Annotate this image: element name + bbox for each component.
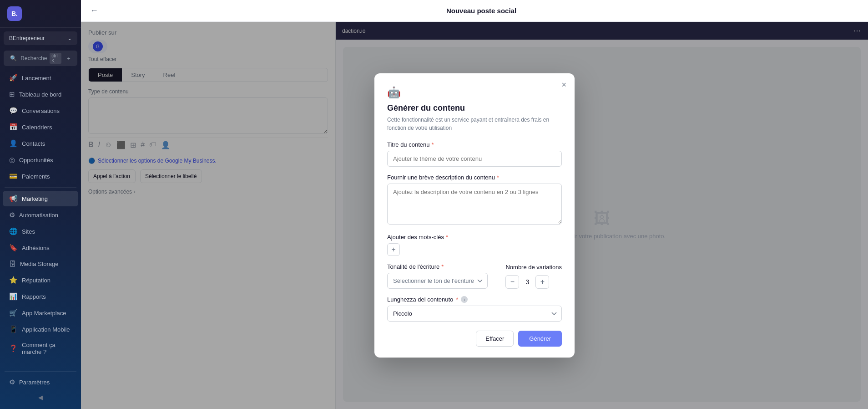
sidebar-label-calendriers: Calendriers xyxy=(22,124,52,131)
sidebar-label-help: Comment ça marche ? xyxy=(22,342,72,355)
collapse-button[interactable]: ◀ xyxy=(0,390,81,404)
adhesions-icon: 🔖 xyxy=(9,244,18,252)
sidebar-item-adhesions[interactable]: 🔖 Adhésions xyxy=(3,240,78,256)
sidebar-label-media: Media Storage xyxy=(20,261,59,267)
top-bar: ← Nouveau poste social xyxy=(81,0,868,22)
application-mobile-icon: 📱 xyxy=(9,325,18,333)
variations-plus-button[interactable]: + xyxy=(535,275,549,289)
paiements-icon: 💳 xyxy=(9,172,18,180)
keywords-required: * xyxy=(446,234,448,240)
description-label: Fournir une brève description du contenu… xyxy=(387,174,562,181)
sidebar-item-parametres[interactable]: ⚙ Paramètres xyxy=(3,374,78,390)
main-content: ← Nouveau poste social Publier sur G Tou… xyxy=(81,0,868,409)
sidebar-item-media[interactable]: 🗄 Media Storage xyxy=(3,256,78,271)
sidebar-item-comment-ca-marche[interactable]: ❓ Comment ça marche ? xyxy=(3,338,78,359)
calendriers-icon: 📅 xyxy=(9,123,18,131)
workspace-selector[interactable]: BEntrepreneur ⌄ xyxy=(4,31,77,45)
sidebar-label-app-marketplace: App Marketplace xyxy=(22,310,66,317)
logo-area: B. xyxy=(0,0,81,28)
modal-robot-icon: 🤖 xyxy=(387,86,562,99)
titre-required: * xyxy=(431,141,434,148)
help-icon: ❓ xyxy=(9,344,18,353)
search-icon: 🔍 xyxy=(10,55,18,61)
modal-actions: Effacer Générer xyxy=(387,331,562,347)
conversations-icon: 💬 xyxy=(9,107,18,115)
sites-icon: 🌐 xyxy=(9,227,18,235)
reputation-icon: ⭐ xyxy=(9,276,18,284)
tone-required: * xyxy=(441,263,444,270)
description-required: * xyxy=(497,174,499,181)
effacer-button[interactable]: Effacer xyxy=(476,331,514,347)
media-icon: 🗄 xyxy=(9,260,16,268)
sidebar-label-conversations: Conversations xyxy=(22,107,60,114)
modal-overlay: × 🤖 Générer du contenu Cette fonctionnal… xyxy=(81,22,868,409)
sidebar-item-contacts[interactable]: 👤 Contacts xyxy=(3,136,78,151)
workspace-chevron: ⌄ xyxy=(67,35,72,41)
variations-group: Nombre de variations − 3 + xyxy=(505,264,562,289)
sidebar-item-lancement[interactable]: 🚀 Lancement xyxy=(3,70,78,86)
content-length-label: Lunghezza del contenuto * i xyxy=(387,296,562,303)
sidebar-item-opportunites[interactable]: ◎ Opportunités xyxy=(3,152,78,168)
search-label: Recherche xyxy=(20,55,47,61)
modal-close-button[interactable]: × xyxy=(561,81,566,89)
sidebar-label-paiements: Paiements xyxy=(22,173,50,180)
automatisation-icon: ⚙ xyxy=(9,211,15,219)
workspace-name: BEntrepreneur xyxy=(9,35,45,41)
sidebar-label-adhesions: Adhésions xyxy=(22,245,50,251)
logo-box: B. xyxy=(7,6,22,21)
titre-label: Titre du contenu * xyxy=(387,141,562,148)
sidebar-item-calendriers[interactable]: 📅 Calendriers xyxy=(3,119,78,135)
tone-select[interactable]: Sélectionner le ton de l'écriture Formel… xyxy=(387,273,488,289)
sidebar-label-lancement: Lancement xyxy=(22,75,51,82)
sidebar-item-automatisation[interactable]: ⚙ Automatisation xyxy=(3,207,78,223)
page-title: Nouveau poste social xyxy=(104,7,859,15)
sidebar-item-marketing[interactable]: 📢 Marketing xyxy=(3,191,78,206)
keywords-label: Ajouter des mots-clés * xyxy=(387,234,562,240)
rapports-icon: 📊 xyxy=(9,292,18,301)
sidebar-item-application-mobile[interactable]: 📱 Application Mobile xyxy=(3,322,78,337)
page-body: Publier sur G Tout effacer Poste Story R… xyxy=(81,22,868,409)
sidebar-item-app-marketplace[interactable]: 🛒 App Marketplace xyxy=(3,305,78,321)
contacts-icon: 👤 xyxy=(9,139,18,148)
sidebar-item-tableau[interactable]: ⊞ Tableau de bord xyxy=(3,87,78,102)
sidebar-label-marketing: Marketing xyxy=(22,195,48,202)
sidebar: B. BEntrepreneur ⌄ 🔍 Recherche ctrl K ＋ … xyxy=(0,0,81,409)
variations-count: 3 xyxy=(523,278,532,286)
sidebar-label-contacts: Contacts xyxy=(22,140,45,147)
sidebar-item-paiements[interactable]: 💳 Paiements xyxy=(3,169,78,184)
search-bar[interactable]: 🔍 Recherche ctrl K ＋ xyxy=(4,51,77,66)
sidebar-divider-2 xyxy=(5,371,76,372)
variations-minus-button[interactable]: − xyxy=(505,275,519,289)
back-button[interactable]: ← xyxy=(90,6,98,15)
variations-label: Nombre de variations xyxy=(505,264,562,271)
search-plus-icon: ＋ xyxy=(66,55,74,62)
sidebar-label-rapports: Rapports xyxy=(22,293,46,300)
generer-button[interactable]: Générer xyxy=(518,331,562,347)
length-select[interactable]: Piccolo Medio Grande xyxy=(387,306,562,322)
sidebar-label-tableau: Tableau de bord xyxy=(19,91,61,98)
sidebar-bottom: ⚙ Paramètres ◀ xyxy=(0,368,81,409)
sidebar-item-sites[interactable]: 🌐 Sites xyxy=(3,224,78,239)
tableau-icon: ⊞ xyxy=(9,90,15,98)
sidebar-item-rapports[interactable]: 📊 Rapports xyxy=(3,289,78,304)
lancement-icon: 🚀 xyxy=(9,74,18,82)
sidebar-label-application-mobile: Application Mobile xyxy=(22,326,70,333)
add-keyword-button[interactable]: + xyxy=(387,243,400,256)
marketing-icon: 📢 xyxy=(9,194,18,203)
sidebar-label-automatisation: Automatisation xyxy=(19,212,58,219)
description-textarea[interactable] xyxy=(387,184,562,225)
sidebar-divider-1 xyxy=(5,187,76,188)
generate-content-modal: × 🤖 Générer du contenu Cette fonctionnal… xyxy=(374,73,575,358)
tone-variations-row: Tonalité de l'écriture * Sélectionner le… xyxy=(387,263,562,289)
modal-title: Générer du contenu xyxy=(387,103,562,113)
sidebar-item-reputation[interactable]: ⭐ Réputation xyxy=(3,272,78,288)
sidebar-label-parametres: Paramètres xyxy=(19,379,50,386)
search-shortcut: ctrl K xyxy=(50,53,61,64)
sidebar-item-conversations[interactable]: 💬 Conversations xyxy=(3,103,78,118)
app-marketplace-icon: 🛒 xyxy=(9,309,18,317)
content-length-info-icon[interactable]: i xyxy=(461,296,468,303)
sidebar-label-opportunites: Opportunités xyxy=(19,157,53,164)
opportunites-icon: ◎ xyxy=(9,156,15,164)
titre-input[interactable] xyxy=(387,151,562,167)
sidebar-label-sites: Sites xyxy=(22,228,35,235)
